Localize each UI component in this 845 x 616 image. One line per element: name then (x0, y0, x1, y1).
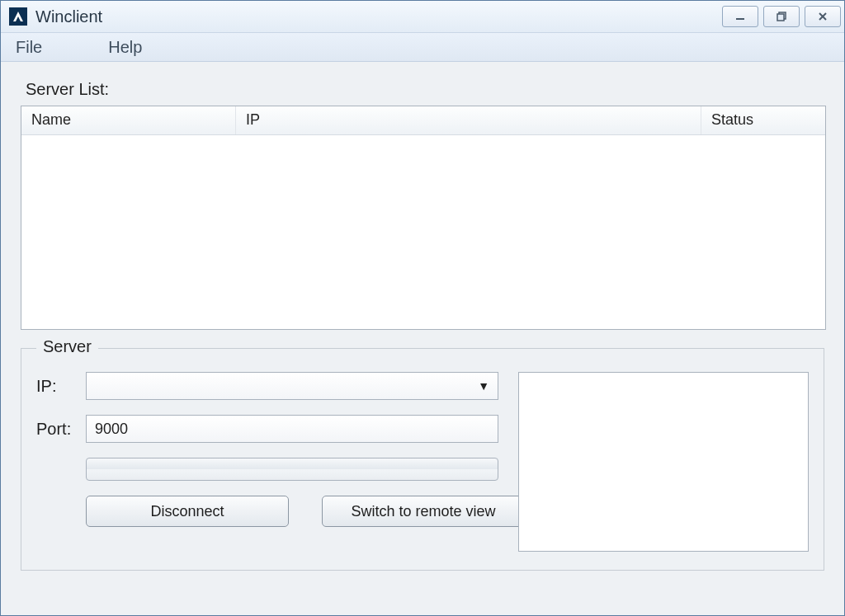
column-header-status[interactable]: Status (701, 106, 825, 134)
switch-remote-view-button[interactable]: Switch to remote view (322, 496, 525, 527)
ip-combobox[interactable]: ▼ (86, 372, 498, 400)
restore-button[interactable] (763, 6, 800, 27)
restore-icon (776, 11, 787, 22)
port-input[interactable] (93, 420, 491, 439)
server-group-legend: Server (36, 337, 98, 356)
button-row: Disconnect Switch to remote view (86, 496, 498, 527)
server-list-header: Name IP Status (21, 106, 825, 135)
minimize-button[interactable] (722, 6, 758, 27)
svg-rect-3 (777, 14, 784, 21)
svg-rect-1 (736, 18, 744, 20)
menubar: File Help (1, 33, 844, 62)
minimize-icon (734, 11, 746, 22)
chevron-down-icon: ▼ (478, 379, 489, 393)
log-panel[interactable] (518, 372, 809, 552)
port-label: Port: (36, 420, 86, 439)
app-icon (9, 7, 27, 26)
close-icon (817, 11, 828, 22)
server-form: IP: ▼ Port: Disconnect Switch to remote (36, 372, 498, 552)
app-logo-icon (12, 10, 25, 23)
server-list-label: Server List: (26, 80, 824, 99)
app-window: Winclient File Help (0, 0, 845, 616)
ip-label: IP: (36, 377, 86, 396)
menu-file[interactable]: File (7, 35, 50, 60)
server-list-body[interactable] (21, 135, 825, 329)
client-area: Server List: Name IP Status Server IP: ▼ (1, 62, 844, 615)
close-button[interactable] (805, 6, 841, 27)
titlebar: Winclient (1, 1, 844, 33)
window-buttons (722, 6, 841, 27)
progress-bar (86, 458, 498, 481)
svg-marker-0 (13, 12, 23, 21)
ip-row: IP: ▼ (36, 372, 498, 400)
column-header-name[interactable]: Name (21, 106, 236, 134)
column-header-ip[interactable]: IP (236, 106, 701, 134)
port-input-wrap (86, 415, 498, 443)
menu-help[interactable]: Help (100, 35, 150, 60)
server-group: Server IP: ▼ Port: Dis (21, 348, 824, 571)
window-title: Winclient (35, 7, 722, 26)
server-list[interactable]: Name IP Status (21, 106, 826, 330)
disconnect-button[interactable]: Disconnect (86, 496, 289, 527)
port-row: Port: (36, 415, 498, 443)
